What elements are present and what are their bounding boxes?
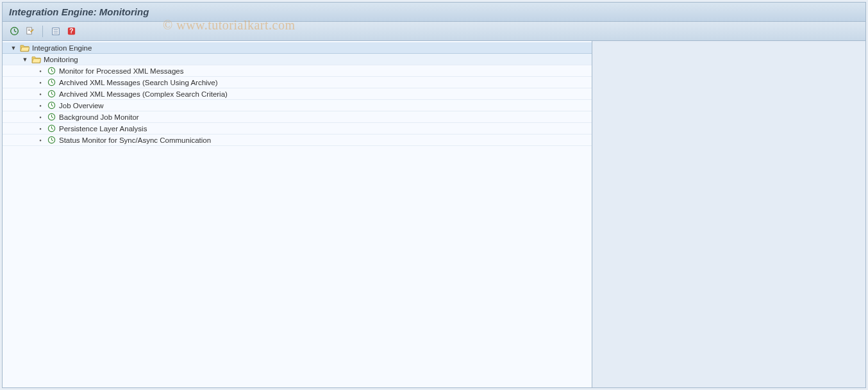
transaction-icon — [46, 113, 56, 122]
transaction-icon — [46, 101, 56, 110]
tree-item-job-overview[interactable]: ● Job Overview — [3, 100, 592, 111]
folder-open-icon — [31, 55, 41, 64]
help-icon: ? — [67, 26, 76, 36]
content-area: ▼ Integration Engine ▼ Monitoring ● — [3, 41, 865, 387]
tree-panel: ▼ Integration Engine ▼ Monitoring ● — [3, 41, 592, 387]
tree-item-label: Persistence Layer Analysis — [59, 125, 147, 133]
edit-button[interactable] — [23, 25, 36, 38]
transaction-icon — [46, 136, 56, 145]
page-title: Integration Engine: Monitoring — [9, 6, 149, 17]
details-button[interactable] — [49, 25, 62, 38]
tree-item-label: Monitor for Processed XML Messages — [59, 67, 184, 75]
svg-text:?: ? — [69, 28, 73, 35]
folder-open-icon — [19, 44, 29, 53]
tree-item-label: Archived XML Messages (Complex Search Cr… — [59, 90, 228, 98]
bullet-icon: ● — [37, 137, 44, 143]
tree-node-root[interactable]: ▼ Integration Engine — [3, 42, 592, 54]
transaction-icon — [46, 78, 56, 87]
tree-label-monitoring: Monitoring — [44, 56, 78, 63]
title-bar: Integration Engine: Monitoring — [3, 3, 865, 22]
toolbar: ? © www.tutorialkart.com — [3, 22, 865, 41]
app-window: Integration Engine: Monitoring — [2, 2, 866, 388]
document-pencil-icon — [25, 26, 35, 36]
bullet-icon: ● — [37, 68, 44, 74]
bullet-icon: ● — [37, 102, 44, 109]
tree-item-persistence[interactable]: ● Persistence Layer Analysis — [3, 123, 592, 134]
expand-toggle-icon[interactable]: ▼ — [22, 56, 28, 63]
help-button[interactable]: ? — [65, 25, 78, 38]
bullet-icon: ● — [37, 79, 44, 86]
tree-item-label: Job Overview — [59, 102, 104, 110]
right-panel — [592, 41, 865, 387]
tree-node-monitoring[interactable]: ▼ Monitoring — [3, 54, 592, 65]
execute-button[interactable] — [8, 25, 21, 38]
bullet-icon: ● — [37, 114, 44, 120]
transaction-icon — [46, 90, 56, 99]
svg-line-2 — [14, 31, 16, 32]
tree-item-monitor-xml[interactable]: ● Monitor for Processed XML Messages — [3, 65, 592, 77]
transaction-icon — [46, 67, 56, 76]
tree-item-archived-complex[interactable]: ● Archived XML Messages (Complex Search … — [3, 88, 592, 100]
transaction-icon — [46, 124, 56, 133]
tree-item-status-monitor[interactable]: ● Status Monitor for Sync/Async Communic… — [3, 134, 592, 146]
bullet-icon: ● — [37, 91, 44, 97]
tree-item-archived-search[interactable]: ● Archived XML Messages (Search Using Ar… — [3, 77, 592, 88]
tree-item-label: Background Job Monitor — [59, 113, 139, 121]
tree-item-bg-job-monitor[interactable]: ● Background Job Monitor — [3, 111, 592, 123]
tree-item-label: Status Monitor for Sync/Async Communicat… — [59, 136, 211, 144]
clock-execute-icon — [10, 26, 19, 36]
list-details-icon — [51, 27, 60, 36]
bullet-icon: ● — [37, 126, 44, 132]
tree-item-label: Archived XML Messages (Search Using Arch… — [59, 79, 218, 86]
toolbar-separator — [42, 26, 43, 37]
expand-toggle-icon[interactable]: ▼ — [10, 45, 17, 51]
tree-label-root: Integration Engine — [32, 44, 92, 52]
